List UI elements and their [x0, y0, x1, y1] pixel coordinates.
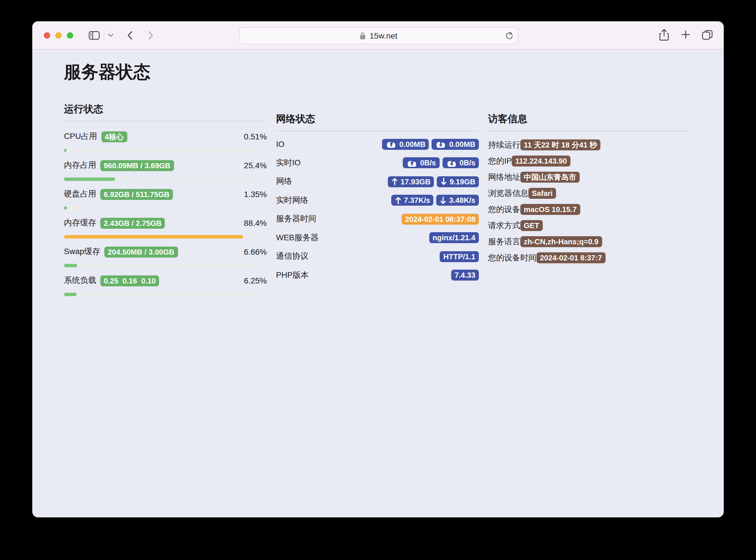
status-badge: 204.50MB / 3.00GB — [104, 246, 178, 257]
arrow-up-icon — [391, 177, 398, 185]
visitor-label: 您的设备时间 — [488, 253, 536, 263]
download-badge: 3.48K/s — [437, 195, 479, 206]
url-text: 15w.net — [370, 31, 398, 40]
status-percent: 6.66% — [244, 247, 267, 256]
visitor-row-device-time: 您的设备时间 2024-02-01 8:37:7 — [488, 252, 691, 263]
arrow-up-icon — [395, 196, 402, 204]
network-label: 实时网络 — [276, 195, 308, 205]
share-button[interactable] — [659, 29, 669, 41]
status-label: 内存缓存 — [64, 218, 96, 228]
status-label: 系统负载 — [64, 275, 96, 286]
sidebar-icon — [89, 31, 100, 39]
status-row-disk: 硬盘占用 6.92GB / 511.75GB 1.35% — [64, 188, 267, 210]
progress-track — [64, 235, 267, 239]
status-row-mem-cache: 内存缓存 2.43GB / 2.75GB 88.4% — [64, 217, 267, 239]
status-badge: 960.09MB / 3.69GB — [100, 160, 174, 171]
progress-fill — [64, 148, 66, 152]
plus-icon — [681, 30, 690, 39]
download-value: 0B/s — [460, 157, 475, 168]
upload-badge: 0B/s — [403, 157, 439, 168]
progress-fill — [64, 235, 243, 239]
new-tab-button[interactable] — [681, 30, 690, 39]
visitor-label: 网络地址 — [488, 172, 520, 182]
tab-overview-button[interactable] — [702, 30, 713, 40]
sidebar-menu-button[interactable] — [108, 33, 114, 37]
visitor-badge: 112.224.143.90 — [512, 156, 570, 166]
address-bar[interactable]: 15w.net — [239, 27, 518, 44]
status-label: Swap缓存 — [64, 246, 100, 257]
visitor-row-language: 服务语言 zh-CN,zh-Hans;q=0.9 — [488, 236, 691, 247]
visitor-row-ip: 您的IP 112.224.143.90 — [488, 156, 691, 166]
visitor-badge: GET — [520, 220, 542, 231]
traffic-lights — [44, 32, 73, 38]
section-title: 运行状态 — [64, 103, 267, 122]
reload-button[interactable] — [505, 31, 513, 40]
visitor-badge: zh-CN,zh-Hans;q=0.9 — [520, 236, 602, 247]
web-server-badge: nginx/1.21.4 — [429, 232, 479, 243]
visitor-row-method: 请求方式 GET — [488, 220, 691, 231]
status-label: CPU占用 — [64, 132, 97, 142]
status-percent: 0.51% — [244, 132, 267, 141]
network-row-realtime-traffic: 实时网络 7.37K/s 3.48K/s — [276, 195, 479, 206]
upload-value: 0.00MB — [399, 139, 425, 149]
visitor-row-device: 您的设备 macOS 10.15.7 — [488, 204, 691, 215]
upload-value: 7.37K/s — [404, 195, 430, 206]
download-badge: 0B/s — [442, 157, 479, 168]
network-label: 服务器时间 — [276, 214, 316, 224]
toolbar-divider — [104, 31, 104, 40]
status-badge: 6.92GB / 511.75GB — [100, 189, 173, 200]
network-label: 实时IO — [276, 158, 301, 168]
close-icon[interactable] — [44, 32, 50, 38]
section-title: 网络状态 — [276, 112, 479, 132]
page-content: 服务器状态 运行状态 CPU占用 4核心 0.51% — [32, 49, 724, 303]
back-icon — [127, 31, 133, 39]
safari-window: 15w.net — [32, 21, 724, 517]
status-badge: 4核心 — [101, 131, 127, 142]
status-row-load: 系统负载 0.25 0.16 0.10 6.25% — [64, 274, 267, 296]
progress-track — [64, 264, 267, 267]
network-row-server-time: 服务器时间 2024-02-01 08:37:08 — [276, 213, 479, 225]
progress-track — [64, 293, 267, 296]
progress-fill — [64, 206, 67, 210]
section-run-status: 运行状态 CPU占用 4核心 0.51% 内存占 — [64, 103, 267, 303]
visitor-badge: macOS 10.15.7 — [520, 204, 580, 215]
status-percent: 88.4% — [244, 218, 267, 227]
visitor-label: 服务语言 — [488, 237, 520, 247]
network-row-realtime-io: 实时IO 0B/s 0B/s — [276, 157, 479, 168]
network-label: IO — [276, 139, 285, 148]
forward-button[interactable] — [148, 31, 153, 39]
network-label: 网络 — [276, 176, 292, 187]
upload-value: 17.93GB — [400, 176, 431, 187]
cloud-down-icon — [446, 159, 457, 167]
visitor-label: 持续运行 — [488, 140, 520, 150]
upload-badge: 17.93GB — [388, 176, 434, 187]
minimize-icon[interactable] — [55, 32, 62, 38]
arrow-down-icon — [440, 196, 447, 204]
status-row-swap: Swap缓存 204.50MB / 3.00GB 6.66% — [64, 245, 267, 267]
download-value: 9.19GB — [450, 176, 475, 187]
protocol-badge: HTTP/1.1 — [440, 251, 479, 262]
progress-fill — [64, 177, 116, 181]
status-row-cpu: CPU占用 4核心 0.51% — [64, 130, 267, 152]
lock-icon — [360, 32, 366, 40]
visitor-row-location: 网络地址 中国山东青岛市 — [488, 172, 691, 183]
status-percent: 6.25% — [244, 276, 267, 285]
section-visitor-info: 访客信息 持续运行 11 天22 时 18 分41 秒 您的IP 112.224… — [488, 103, 691, 303]
tab-overview-icon — [702, 30, 713, 40]
desktop: 15w.net — [0, 0, 756, 560]
back-button[interactable] — [127, 31, 133, 39]
forward-icon — [148, 31, 153, 39]
progress-track — [64, 206, 267, 210]
visitor-badge: 11 天22 时 18 分41 秒 — [520, 139, 600, 151]
visitor-badge: 2024-02-01 8:37:7 — [536, 252, 605, 263]
chevron-down-icon — [108, 33, 114, 37]
share-icon — [659, 29, 669, 41]
sidebar-toggle-button[interactable] — [89, 31, 100, 39]
status-badge: 0.25 0.16 0.10 — [100, 275, 159, 286]
fullscreen-icon[interactable] — [67, 32, 73, 38]
upload-badge: 0.00MB — [382, 139, 429, 149]
section-network-status: 网络状态 IO 0.00MB 0.00MB — [276, 103, 479, 303]
upload-badge: 7.37K/s — [391, 195, 434, 206]
network-label: WEB服务器 — [276, 233, 319, 243]
download-value: 0.00MB — [449, 139, 475, 149]
